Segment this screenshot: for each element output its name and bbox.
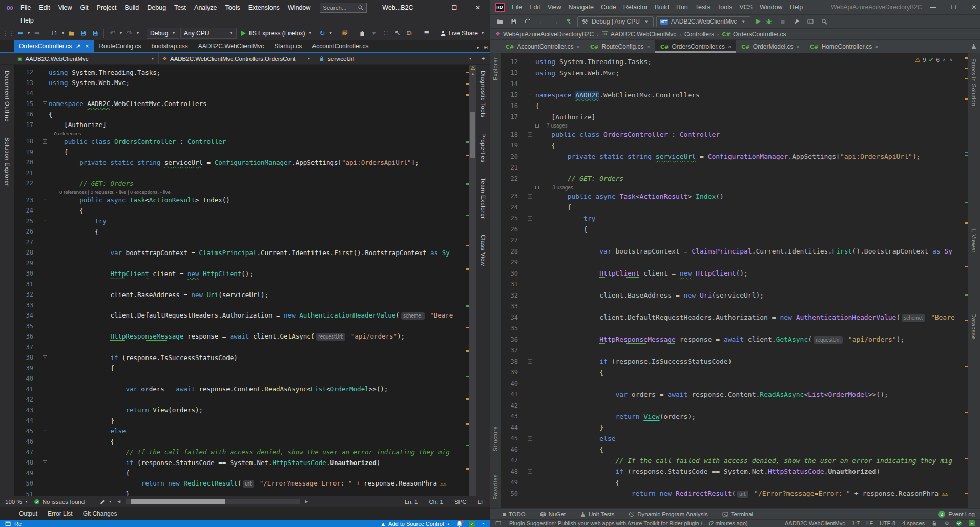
undo-icon[interactable]: ↶ bbox=[107, 28, 118, 38]
profiler-icon[interactable]: ▾ bbox=[969, 520, 975, 526]
code-line[interactable]: 36 HttpResponseMessage response = await … bbox=[501, 334, 964, 345]
line-number[interactable]: 17 bbox=[14, 121, 40, 129]
code-line[interactable]: 34 client.DefaultRequestHeaders.Authoriz… bbox=[14, 310, 465, 321]
vs-code-editor[interactable]: 12using System.Threading.Tasks;13using S… bbox=[14, 65, 465, 496]
code-line[interactable]: 32 client.BaseAddress = new Uri(serviceU… bbox=[14, 289, 465, 300]
navigate-forward-icon[interactable]: → bbox=[550, 16, 561, 27]
rider-tool-tab-nuget[interactable]: NuGet bbox=[533, 511, 573, 517]
open-folder-icon[interactable] bbox=[494, 16, 506, 27]
code-line[interactable]: 35 bbox=[501, 323, 964, 334]
code-line[interactable]: 29 bbox=[14, 258, 465, 269]
line-number[interactable]: 41 bbox=[14, 386, 40, 393]
inspections-ok-icon[interactable] bbox=[956, 520, 962, 526]
hscroll-thumb[interactable] bbox=[131, 499, 225, 504]
line-number[interactable]: 40 bbox=[501, 380, 524, 387]
code-line[interactable]: 27 bbox=[14, 237, 465, 248]
rider-tab-homecontroller-cs[interactable]: C#HomeController.cs× bbox=[805, 40, 884, 53]
vs-tool-tab-solution-explorer[interactable]: Solution Explorer bbox=[4, 137, 10, 186]
line-number[interactable]: 42 bbox=[14, 396, 40, 403]
rider-menu-tools[interactable]: Tools bbox=[714, 2, 736, 12]
line-number[interactable]: 13 bbox=[501, 69, 524, 76]
code-line[interactable]: 14 bbox=[14, 88, 465, 99]
rider-menu-window[interactable]: Window bbox=[756, 2, 786, 12]
code-line[interactable]: 42 bbox=[501, 400, 964, 411]
line-number[interactable]: 19 bbox=[14, 149, 40, 156]
line-number[interactable]: 28 bbox=[14, 249, 40, 256]
select-pointer-icon[interactable]: ↖ bbox=[392, 28, 403, 38]
solution-platforms-dropdown[interactable]: Any CPU▾ bbox=[180, 28, 237, 39]
rider-tool-tab-todo[interactable]: ≡TODO bbox=[495, 511, 533, 517]
scroll-right-icon[interactable]: ▶ bbox=[305, 499, 308, 504]
code-line[interactable]: 17 [Authorize] bbox=[501, 112, 964, 123]
feedback-icon[interactable]: ◔ bbox=[481, 521, 485, 527]
vs-tab-orderscontroller-cs[interactable]: OrdersController.cs× bbox=[14, 40, 94, 52]
close-tab-icon[interactable]: × bbox=[797, 44, 800, 50]
line-number[interactable]: 29 bbox=[14, 260, 40, 267]
line-number[interactable]: 17 bbox=[501, 113, 524, 120]
vs-panel-tab-output[interactable]: Output bbox=[14, 509, 42, 519]
rider-tool-tab-database[interactable]: Database bbox=[971, 313, 977, 340]
code-line[interactable]: 17 [Authorize] bbox=[14, 120, 465, 131]
vs-menu-extensions[interactable]: Extensions bbox=[244, 3, 284, 13]
vs-menu-file[interactable]: File bbox=[16, 3, 35, 13]
close-button[interactable]: ✕ bbox=[964, 1, 980, 14]
line-number[interactable]: 15 bbox=[501, 91, 524, 98]
next-issue-icon[interactable]: ∨ bbox=[949, 57, 953, 62]
line-number[interactable]: 37 bbox=[14, 344, 40, 351]
open-file-icon[interactable] bbox=[66, 28, 77, 38]
zoom-dropdown[interactable]: 100 %▾ bbox=[5, 499, 29, 505]
code-line[interactable]: 20 private static string serviceUrl = Co… bbox=[501, 151, 964, 162]
encoding-indicator[interactable]: UTF-8 bbox=[880, 520, 895, 526]
code-line[interactable]: 35 bbox=[14, 321, 465, 332]
code-line[interactable]: 23– public async Task<ActionResult> Inde… bbox=[14, 195, 465, 206]
save-icon[interactable] bbox=[78, 28, 89, 38]
code-line[interactable]: 12using System.Threading.Tasks; bbox=[14, 67, 465, 78]
fold-marker-icon[interactable]: – bbox=[43, 429, 47, 433]
code-line[interactable]: 24 { bbox=[501, 202, 964, 213]
line-number[interactable]: 25 bbox=[501, 215, 524, 222]
code-line[interactable]: 46 { bbox=[14, 436, 465, 447]
live-share-button[interactable]: Live Share ▾ bbox=[440, 30, 487, 37]
code-line[interactable]: 51 } bbox=[14, 489, 465, 496]
pin-icon[interactable] bbox=[76, 44, 81, 49]
code-line[interactable]: 25– try bbox=[14, 216, 465, 227]
code-line[interactable]: 48– if (response.StatusCode == System.Ne… bbox=[14, 457, 465, 468]
line-number[interactable]: 30 bbox=[14, 270, 40, 277]
code-line[interactable]: 16{ bbox=[14, 109, 465, 120]
line-number[interactable]: 12 bbox=[14, 69, 40, 76]
line-number[interactable]: 18 bbox=[14, 138, 40, 145]
code-line[interactable]: 13using System.Web.Mvc; bbox=[14, 78, 465, 89]
code-line[interactable]: 47 // If the call failed with access den… bbox=[14, 447, 465, 458]
vs-menu-debug[interactable]: Debug bbox=[143, 3, 170, 13]
indent-icon[interactable]: ≣ bbox=[421, 28, 432, 38]
code-line[interactable]: 22 // GET: Orders bbox=[501, 173, 964, 184]
rider-tool-tab-unit-tests[interactable]: Unit Tests bbox=[573, 511, 621, 517]
rider-menu-file[interactable]: File bbox=[508, 2, 526, 12]
code-line[interactable]: 27 bbox=[501, 235, 964, 246]
fold-marker-icon[interactable]: – bbox=[528, 132, 532, 137]
line-number[interactable]: 44 bbox=[14, 417, 40, 424]
code-line[interactable]: 40 bbox=[14, 373, 465, 384]
code-line[interactable]: 15–namespace AADB2C.WebClientMvc.Control… bbox=[14, 99, 465, 110]
line-number[interactable]: 36 bbox=[14, 333, 40, 340]
codelens-vs[interactable]: 0 references | 0 requests, - live | 0 ex… bbox=[14, 189, 465, 195]
code-line[interactable]: 14 bbox=[501, 78, 964, 90]
code-line[interactable]: 39 { bbox=[501, 367, 964, 378]
stop-icon[interactable]: ■ bbox=[777, 16, 788, 27]
line-number[interactable]: 39 bbox=[501, 369, 524, 376]
code-line[interactable]: 36 HttpResponseMessage response = await … bbox=[14, 331, 465, 342]
fold-marker-icon[interactable]: – bbox=[43, 219, 47, 223]
rider-menu-tests[interactable]: Tests bbox=[692, 2, 714, 12]
code-line[interactable]: 29 bbox=[501, 257, 964, 268]
rider-menu-build[interactable]: Build bbox=[651, 2, 673, 12]
add-to-source-control-button[interactable]: ▲ Add to Source Control ▴ bbox=[380, 521, 450, 527]
run-button[interactable] bbox=[756, 19, 761, 24]
spaces-indicator[interactable]: SPC bbox=[454, 499, 467, 505]
vs-menu-view[interactable]: View bbox=[54, 3, 76, 13]
code-line[interactable]: 47 // If the call failed with access den… bbox=[501, 455, 964, 467]
vs-menu-edit[interactable]: Edit bbox=[35, 3, 54, 13]
vs-tab-startup-cs[interactable]: Startup.cs bbox=[269, 40, 307, 52]
split-editor-icon[interactable]: + bbox=[476, 53, 490, 64]
line-number[interactable]: 49 bbox=[501, 479, 524, 486]
solution-configurations-dropdown[interactable]: Debug▾ bbox=[147, 28, 179, 39]
